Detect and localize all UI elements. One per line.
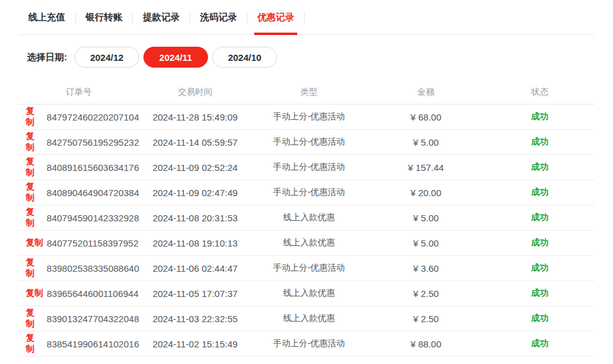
table-row: 复制8385419906141020162024-11-02 15:15:49手… xyxy=(18,331,595,357)
table-row: 复制8408904649047203842024-11-09 02:47:49手… xyxy=(18,180,595,205)
copy-button[interactable]: 复制 xyxy=(26,288,43,299)
transaction-type: 线上入款优惠 xyxy=(251,313,367,324)
transaction-time: 2024-11-28 15:49:09 xyxy=(139,112,251,122)
order-number: 840775201158397952 xyxy=(47,238,138,248)
amount: ¥ 2.50 xyxy=(367,314,485,324)
transaction-time: 2024-11-09 02:47:49 xyxy=(139,188,251,198)
table-row: 复制8398025383350886402024-11-06 02:44:47手… xyxy=(18,256,595,281)
order-number: 839802538335088640 xyxy=(47,263,139,274)
order-number: 838541990614102016 xyxy=(47,339,139,349)
table-row: 复制8407945901423329282024-11-08 20:31:53线… xyxy=(18,205,595,231)
date-option-2024-12[interactable]: 2024/12 xyxy=(74,47,139,68)
table-row: 复制8396564460011069442024-11-05 17:07:37线… xyxy=(18,281,595,306)
transaction-type: 线上入款优惠 xyxy=(251,212,367,223)
transaction-type: 手动上分-优惠活动 xyxy=(251,111,367,122)
tab-bank-transfer[interactable]: 银行转账 xyxy=(76,0,132,34)
amount: ¥ 88.00 xyxy=(367,339,485,349)
copy-button[interactable]: 复制 xyxy=(26,207,43,229)
transaction-time: 2024-11-05 17:07:37 xyxy=(139,288,251,299)
copy-button[interactable]: 复制 xyxy=(26,237,43,248)
order-number: 840890464904720384 xyxy=(47,188,139,198)
order-number: 842750756195295232 xyxy=(47,137,139,148)
status-label: 成功 xyxy=(485,136,595,148)
status-label: 成功 xyxy=(485,187,595,198)
table-row: 复制8479724602202071042024-11-28 15:49:09手… xyxy=(18,105,595,130)
order-cell: 复制840794590142332928 xyxy=(18,207,139,229)
status-label: 成功 xyxy=(485,162,595,173)
amount: ¥ 68.00 xyxy=(367,112,485,122)
status-label: 成功 xyxy=(485,313,595,324)
amount: ¥ 2.50 xyxy=(367,288,485,299)
order-cell: 复制839656446001106944 xyxy=(18,288,139,299)
transaction-type: 手动上分-优惠活动 xyxy=(251,136,367,148)
amount: ¥ 5.00 xyxy=(367,238,485,248)
status-label: 成功 xyxy=(485,237,595,248)
order-cell: 复制842750756195295232 xyxy=(18,131,139,153)
transaction-time: 2024-11-14 05:59:57 xyxy=(139,137,251,148)
amount: ¥ 5.00 xyxy=(367,213,485,223)
copy-button[interactable]: 复制 xyxy=(26,156,43,178)
transaction-time: 2024-11-06 02:44:47 xyxy=(139,263,251,274)
copy-button[interactable]: 复制 xyxy=(26,181,43,204)
tab-promo-record[interactable]: 优惠记录 xyxy=(247,0,304,34)
status-label: 成功 xyxy=(485,212,595,223)
status-label: 成功 xyxy=(485,288,595,299)
table-header-row: 订单号交易时间类型金额状态 xyxy=(18,80,595,105)
table-body: 复制8479724602202071042024-11-28 15:49:09手… xyxy=(18,105,595,357)
transaction-type: 线上入款优惠 xyxy=(251,288,367,299)
date-options: 2024/122024/112024/10 xyxy=(70,47,277,68)
tabs-bar: 线上充值银行转账提款记录洗码记录优惠记录 xyxy=(18,0,595,35)
order-cell: 复制839013247704322048 xyxy=(18,307,139,330)
transaction-time: 2024-11-08 20:31:53 xyxy=(139,213,251,223)
column-header: 交易时间 xyxy=(139,87,251,98)
order-number: 840794590142332928 xyxy=(47,213,139,223)
transaction-type: 手动上分-优惠活动 xyxy=(251,338,367,349)
order-number: 839656446001106944 xyxy=(47,288,138,299)
table-row: 复制8408916156036341762024-11-09 02:52:24手… xyxy=(18,155,595,180)
transaction-type: 手动上分-优惠活动 xyxy=(251,187,367,198)
tab-rebate-record[interactable]: 洗码记录 xyxy=(190,0,247,34)
order-number: 840891615603634176 xyxy=(47,162,139,173)
order-cell: 复制840890464904720384 xyxy=(18,181,139,204)
copy-button[interactable]: 复制 xyxy=(26,257,43,279)
table-row: 复制8390132477043220482024-11-03 22:32:55线… xyxy=(18,306,595,331)
order-cell: 复制840775201158397952 xyxy=(18,237,139,248)
transaction-type: 线上入款优惠 xyxy=(251,237,367,248)
order-number: 847972460220207104 xyxy=(47,112,139,122)
order-cell: 复制847972460220207104 xyxy=(18,106,139,128)
table-row: 复制8427507561952952322024-11-14 05:59:57手… xyxy=(18,130,595,155)
transaction-time: 2024-11-08 19:10:13 xyxy=(139,238,251,248)
copy-button[interactable]: 复制 xyxy=(26,307,43,330)
amount: ¥ 20.00 xyxy=(367,188,485,198)
copy-button[interactable]: 复制 xyxy=(26,131,43,153)
order-number: 839013247704322048 xyxy=(47,314,139,324)
transaction-type: 手动上分-优惠活动 xyxy=(251,263,367,274)
transaction-type: 手动上分-优惠活动 xyxy=(251,162,367,173)
status-label: 成功 xyxy=(485,111,595,122)
order-cell: 复制839802538335088640 xyxy=(18,257,139,279)
date-option-2024-11[interactable]: 2024/11 xyxy=(143,47,208,68)
status-label: 成功 xyxy=(485,338,595,349)
status-label: 成功 xyxy=(485,263,595,274)
date-filter-row: 选择日期: 2024/122024/112024/10 xyxy=(27,47,595,68)
column-header: 金额 xyxy=(367,87,485,98)
tab-divider xyxy=(304,12,305,23)
date-option-2024-10[interactable]: 2024/10 xyxy=(212,47,277,68)
transaction-time: 2024-11-03 22:32:55 xyxy=(139,314,251,324)
records-table: 订单号交易时间类型金额状态 复制8479724602202071042024-1… xyxy=(18,80,595,357)
date-filter-label: 选择日期: xyxy=(27,52,67,63)
amount: ¥ 3.60 xyxy=(367,263,485,274)
tab-online-recharge[interactable]: 线上充值 xyxy=(18,0,75,34)
transaction-time: 2024-11-02 15:15:49 xyxy=(139,339,251,349)
order-cell: 复制838541990614102016 xyxy=(18,333,139,355)
copy-button[interactable]: 复制 xyxy=(26,106,43,128)
copy-button[interactable]: 复制 xyxy=(26,333,43,355)
transaction-time: 2024-11-09 02:52:24 xyxy=(139,162,251,173)
table-row: 复制8407752011583979522024-11-08 19:10:13线… xyxy=(18,231,595,256)
tab-withdraw-record[interactable]: 提款记录 xyxy=(133,0,190,34)
column-header: 类型 xyxy=(251,87,367,98)
column-header: 订单号 xyxy=(18,87,139,98)
amount: ¥ 157.44 xyxy=(367,162,485,173)
column-header: 状态 xyxy=(485,87,595,98)
order-cell: 复制840891615603634176 xyxy=(18,156,139,178)
